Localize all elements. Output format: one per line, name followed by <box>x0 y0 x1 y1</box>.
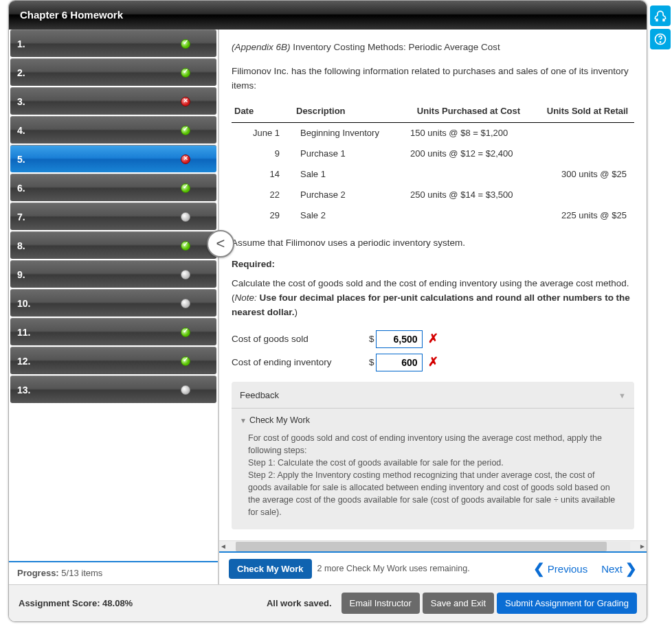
feedback-body: For cost of goods sold and cost of endin… <box>232 432 634 530</box>
question-intro: Filimonov Inc. has the following informa… <box>232 65 634 93</box>
inventory-table: Date Description Units Purchased at Cost… <box>232 100 634 227</box>
status-wrong-icon <box>181 97 190 106</box>
status-correct-icon <box>181 356 190 366</box>
status-blank-icon <box>181 299 190 308</box>
sidebar-item-1[interactable]: 1. <box>10 30 216 57</box>
table-row: June 1Beginning Inventory150 units @ $8 … <box>232 122 634 144</box>
question-title: (Appendix 6B) Inventory Costing Methods:… <box>232 41 634 55</box>
sidebar-item-8[interactable]: 8. <box>10 231 216 259</box>
collapse-sidebar-button[interactable]: < <box>207 230 234 257</box>
status-blank-icon <box>181 270 190 279</box>
sidebar-item-4[interactable]: 4. <box>10 116 216 144</box>
status-correct-icon <box>181 183 190 193</box>
assumption-text: Assume that Filimonov uses a periodic in… <box>232 236 634 251</box>
svg-point-1 <box>660 42 660 43</box>
table-row: 29Sale 2225 units @ $25 <box>232 205 634 226</box>
save-status: All work saved. <box>267 598 332 608</box>
status-blank-icon <box>181 212 190 222</box>
incorrect-icon: ✗ <box>428 330 438 349</box>
feedback-subtitle[interactable]: ▼Check My Work <box>232 409 634 431</box>
sidebar-item-12[interactable]: 12. <box>10 347 216 374</box>
table-row: 14Sale 1300 units @ $25 <box>232 164 634 185</box>
sidebar-item-2[interactable]: 2. <box>10 58 216 86</box>
sidebar-item-10[interactable]: 10. <box>10 289 216 317</box>
status-correct-icon <box>181 328 190 337</box>
status-correct-icon <box>181 241 190 251</box>
ending-inv-input[interactable] <box>376 354 423 371</box>
table-row: 9Purchase 1200 units @ $12 = $2,400 <box>232 144 634 164</box>
required-text: Calculate the cost of goods sold and the… <box>232 277 634 320</box>
status-correct-icon <box>181 39 190 49</box>
progress-indicator: Progress: 5/13 items <box>9 561 218 584</box>
support-icon[interactable] <box>650 5 671 26</box>
sidebar-item-7[interactable]: 7. <box>10 203 216 230</box>
uses-remaining: 2 more Check My Work uses remaining. <box>317 564 470 573</box>
sidebar-item-6[interactable]: 6. <box>10 174 216 201</box>
horizontal-scrollbar[interactable]: ◄► <box>219 540 647 551</box>
table-row: 22Purchase 2250 units @ $14 = $3,500 <box>232 185 634 205</box>
status-blank-icon <box>181 385 190 395</box>
email-instructor-button[interactable]: Email Instructor <box>341 593 420 614</box>
sidebar-item-9[interactable]: 9. <box>10 260 216 288</box>
sidebar-item-5[interactable]: 5. <box>10 145 216 172</box>
save-and-exit-button[interactable]: Save and Exit <box>423 593 494 614</box>
question-sidebar: 1.2.3.4.5.6.7.8.9.10.11.12.13. Progress:… <box>9 30 219 584</box>
incorrect-icon: ✗ <box>428 353 438 372</box>
submit-assignment-button[interactable]: Submit Assignment for Grading <box>497 593 637 614</box>
feedback-title: Feedback <box>240 389 279 402</box>
window-title: Chapter 6 Homework <box>9 1 647 30</box>
help-icon[interactable] <box>650 29 671 49</box>
status-correct-icon <box>181 68 190 78</box>
sidebar-item-3[interactable]: 3. <box>10 87 216 115</box>
next-button[interactable]: Next❯ <box>601 560 637 577</box>
feedback-panel: Feedback ▼ ▼Check My Work For cost of go… <box>232 382 634 529</box>
cogs-label: Cost of goods sold <box>232 332 369 347</box>
status-correct-icon <box>181 126 190 135</box>
cogs-input[interactable] <box>376 330 423 348</box>
previous-button[interactable]: ❮Previous <box>533 560 587 577</box>
collapse-feedback-icon[interactable]: ▼ <box>618 390 626 402</box>
ending-inv-label: Cost of ending inventory <box>232 356 369 370</box>
sidebar-item-13[interactable]: 13. <box>10 376 216 403</box>
required-label: Required: <box>232 257 634 272</box>
assignment-score: Assignment Score: 48.08% <box>19 598 133 608</box>
status-wrong-icon <box>181 154 190 164</box>
sidebar-item-11[interactable]: 11. <box>10 318 216 345</box>
check-my-work-button[interactable]: Check My Work <box>229 559 312 579</box>
